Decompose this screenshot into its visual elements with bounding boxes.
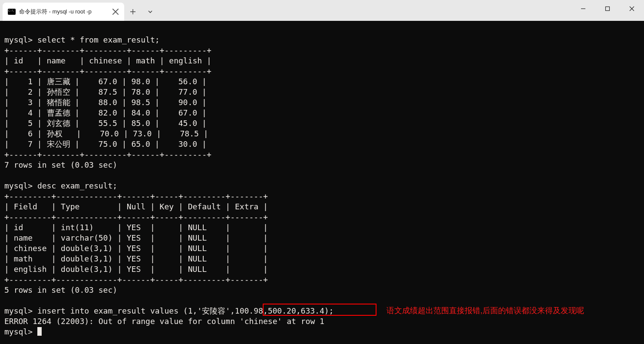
table-row: | 6 | 孙权 | 70.0 | 73.0 | 78.5 | bbox=[4, 129, 208, 138]
tab-title: 命令提示符 - mysql -u root -p bbox=[19, 8, 109, 16]
window-controls bbox=[571, 0, 644, 21]
close-window-button[interactable] bbox=[620, 0, 644, 17]
terminal-line: mysql> desc exam_result; bbox=[4, 181, 117, 190]
table-row: | 1 | 唐三藏 | 67.0 | 98.0 | 56.0 | bbox=[4, 77, 207, 86]
table-row: | 7 | 宋公明 | 75.0 | 65.0 | 30.0 | bbox=[4, 139, 207, 149]
new-tab-button[interactable] bbox=[124, 3, 142, 21]
minimize-button[interactable] bbox=[571, 0, 595, 17]
table-row: | 4 | 曹孟德 | 82.0 | 84.0 | 67.0 | bbox=[4, 108, 207, 117]
result-message: 7 rows in set (0.03 sec) bbox=[4, 160, 117, 169]
error-message: ERROR 1264 (22003): Out of range value f… bbox=[4, 317, 324, 326]
terminal-line: mysql> select * from exam_result; bbox=[4, 35, 160, 44]
table-border: +------+--------+---------+------+------… bbox=[4, 66, 211, 76]
table-row: | 3 | 猪悟能 | 88.0 | 98.5 | 90.0 | bbox=[4, 98, 207, 107]
table-border: +---------+-------------+------+-----+--… bbox=[4, 275, 268, 284]
cursor-icon bbox=[37, 327, 42, 336]
table-row: | chinese | double(3,1) | YES | | NULL |… bbox=[4, 244, 268, 253]
table-row: | math | double(3,1) | YES | | NULL | | bbox=[4, 254, 268, 263]
table-border: +---------+-------------+------+-----+--… bbox=[4, 212, 268, 222]
table-row: | name | varchar(50) | YES | | NULL | | bbox=[4, 233, 268, 242]
table-row: | id | int(11) | YES | | NULL | | bbox=[4, 223, 268, 232]
terminal-line: mysql> insert into exam_result values (1… bbox=[4, 306, 334, 315]
terminal-prompt-line: mysql> bbox=[4, 327, 42, 336]
tab-dropdown-button[interactable] bbox=[142, 3, 159, 21]
table-header: | id | name | chinese | math | english | bbox=[4, 56, 211, 65]
tab-active[interactable]: 命令提示符 - mysql -u root -p bbox=[3, 3, 124, 21]
close-tab-button[interactable] bbox=[112, 8, 119, 15]
terminal-pane[interactable]: mysql> select * from exam_result; +-----… bbox=[0, 21, 644, 344]
table-row: | 5 | 刘玄德 | 55.5 | 85.0 | 45.0 | bbox=[4, 119, 207, 128]
window-titlebar: 命令提示符 - mysql -u root -p bbox=[0, 0, 644, 21]
table-border: +---------+-------------+------+-----+--… bbox=[4, 192, 268, 201]
table-header: | Field | Type | Null | Key | Default | … bbox=[4, 202, 268, 211]
table-row: | 2 | 孙悟空 | 87.5 | 78.0 | 77.0 | bbox=[4, 87, 207, 96]
maximize-button[interactable] bbox=[595, 0, 620, 17]
table-row: | english | double(3,1) | YES | | NULL |… bbox=[4, 265, 268, 274]
annotation-text: 语文成绩超出范围直接报错,后面的错误都没来得及发现呢 bbox=[386, 305, 584, 316]
table-border: +------+--------+---------+------+------… bbox=[4, 46, 211, 55]
result-message: 5 rows in set (0.03 sec) bbox=[4, 285, 117, 294]
table-border: +------+--------+---------+------+------… bbox=[4, 150, 211, 159]
cmd-icon bbox=[8, 9, 16, 15]
titlebar-drag-region[interactable] bbox=[159, 0, 571, 21]
svg-rect-0 bbox=[606, 7, 610, 11]
